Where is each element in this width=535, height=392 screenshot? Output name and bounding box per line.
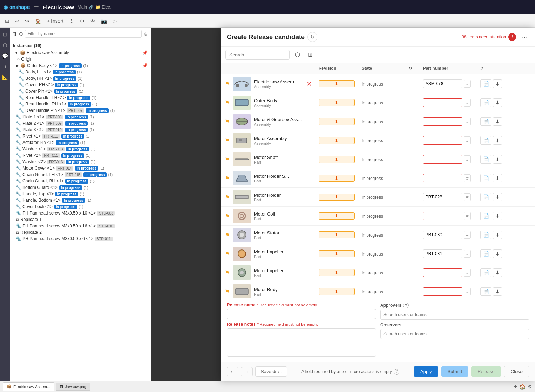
home-bottom-btn[interactable]: 🏠 [519, 383, 525, 390]
sidebar-item-washer1[interactable]: 🔧 Washer <1> PRT-013 In progress (1) [10, 146, 151, 152]
footer-forward-button[interactable]: → [241, 367, 253, 376]
sidebar-item-rear-handle-rh[interactable]: 🔧 Rear Handle, RH <1> In progress (1) [10, 101, 151, 107]
item-download-button[interactable]: ⬇ [493, 249, 502, 258]
item-download-button[interactable]: ⬇ [493, 79, 502, 88]
observers-input[interactable] [380, 329, 529, 339]
item-doc-button[interactable]: 📄 [480, 98, 491, 107]
item-download-button[interactable]: ⬇ [493, 193, 502, 201]
auto-assign-button[interactable]: # [464, 193, 471, 201]
part-number-input[interactable] [423, 287, 462, 296]
item-doc-button[interactable]: 📄 [480, 79, 491, 88]
release-notes-input[interactable] [227, 328, 376, 357]
icon-bar-parts[interactable]: ⊞ [2, 31, 8, 38]
release-name-input[interactable] [227, 309, 376, 319]
item-download-button[interactable]: ⬇ [493, 268, 502, 277]
item-doc-button[interactable]: 📄 [480, 193, 491, 201]
item-download-button[interactable]: ⬇ [493, 287, 502, 296]
sidebar-item-replicate1[interactable]: ⧉ Replicate 1 [10, 216, 151, 223]
icon-bar-measure[interactable]: 📐 [1, 73, 9, 81]
auto-assign-button[interactable]: # [464, 174, 471, 182]
delete-item-button[interactable]: ✕ [307, 81, 311, 87]
sidebar-item-rear-handle-pin[interactable]: 🔧 Rear Handle Pin <1> PRT-007 In progres… [10, 107, 151, 114]
settings-bottom-btn[interactable]: ⚙ [528, 383, 532, 390]
sidebar-item-plate2[interactable]: 🔧 Plate 2 <1> PRT-009 In progress (1) [10, 120, 151, 127]
sidebar-item-handle-top[interactable]: 🔧 Handle, Top <1> In progress (1) [10, 191, 151, 197]
item-download-button[interactable]: ⬇ [493, 136, 502, 145]
approvers-help-icon[interactable]: ? [403, 303, 409, 308]
tab-electric-saw-assembly[interactable]: 📦 Electric saw Assem... [3, 382, 54, 391]
table-search-input[interactable] [225, 50, 290, 60]
warning-help-icon[interactable]: ? [394, 369, 399, 375]
auto-assign-button[interactable]: # [464, 212, 471, 220]
sidebar-item-body-rh[interactable]: 🔧 Body, RH <1> In progress (1) [10, 75, 151, 82]
sidebar-item-plate1[interactable]: 🔧 Plate 1 <1> PRT-008 In progress (1) [10, 114, 151, 120]
close-button[interactable]: Close [504, 366, 529, 377]
part-number-input[interactable] [423, 268, 462, 277]
item-doc-button[interactable]: 📄 [480, 155, 491, 164]
part-number-input[interactable] [423, 79, 462, 88]
footer-back-button[interactable]: ← [227, 367, 238, 376]
auto-assign-button[interactable]: # [464, 231, 471, 239]
submit-button[interactable]: Submit [441, 366, 468, 377]
part-number-input[interactable] [423, 249, 462, 258]
add-item-button[interactable]: + [318, 50, 326, 60]
part-number-input[interactable] [423, 212, 462, 220]
sidebar-item-screw-10[interactable]: 🔩 PH Pan head screw M3x0.50 x 10 <1> STD… [10, 210, 151, 216]
part-number-input[interactable] [423, 117, 462, 126]
filter-button[interactable]: ⬡ [292, 50, 302, 60]
auto-assign-button[interactable]: # [464, 80, 471, 88]
sidebar-item-body-lh[interactable]: 🔧 Body, LH <1> In progress (1) [10, 69, 151, 75]
item-download-button[interactable]: ⬇ [493, 117, 502, 126]
auto-assign-button[interactable]: # [464, 99, 471, 107]
sidebar-item-actuator-pin[interactable]: 🔧 Actuator Pin <1> In progress (1) [10, 139, 151, 146]
auto-assign-button[interactable]: # [464, 118, 471, 125]
toolbar-insert-btn[interactable]: + Insert [45, 17, 66, 25]
icon-bar-filter[interactable]: ⬡ [2, 41, 8, 49]
toolbar-camera-btn[interactable]: 📷 [99, 17, 109, 25]
save-draft-button[interactable]: Save draft [255, 366, 287, 377]
item-doc-button[interactable]: 📄 [480, 136, 491, 145]
sidebar-item-washer2[interactable]: 🔧 Washer <2> PRT-013 In progress (1) [10, 159, 151, 165]
sidebar-item-chain-guard-lh[interactable]: 🔧 Chain Guard, LH <1> PRT-015 In progres… [10, 171, 151, 178]
tab-jawsaw-png[interactable]: 🖼 Jawsaw.png [56, 383, 90, 391]
add-tab-button[interactable]: + [514, 383, 517, 390]
toolbar-settings-btn[interactable]: ⚙ [78, 17, 87, 25]
part-number-input[interactable] [423, 174, 462, 182]
auto-assign-button[interactable]: # [464, 250, 471, 258]
part-number-input[interactable] [423, 155, 462, 164]
icon-bar-info[interactable]: ℹ [3, 63, 7, 71]
sidebar-item-screw-16[interactable]: 🔩 PH Pan head screw M3x0.50 x 16 <1> STD… [10, 223, 151, 229]
sidebar-item-motor-cover[interactable]: 🔧 Motor Cover <1> PRT-014 In progress (1… [10, 165, 151, 171]
sidebar-item-chain-guard-rh[interactable]: 🔧 Chain Guard, RH <1> In progress (1) [10, 178, 151, 184]
sidebar-item-outer-body[interactable]: ▶ 📦 Outer Body <1> In progress (1) 📌 [10, 62, 151, 69]
sidebar-item-replicate2[interactable]: ⧉ Replicate 2 [10, 229, 151, 236]
more-options-button[interactable]: ··· [520, 33, 529, 42]
apply-button[interactable]: Apply [414, 366, 438, 377]
item-doc-button[interactable]: 📄 [480, 268, 491, 277]
item-download-button[interactable]: ⬇ [493, 174, 502, 182]
icon-bar-comments[interactable]: 💬 [1, 52, 9, 60]
view-toggle-button[interactable]: ⊞ [305, 50, 315, 60]
item-doc-button[interactable]: 📄 [480, 212, 491, 220]
toolbar-home-btn[interactable]: 🏠 [33, 17, 43, 25]
part-number-input[interactable] [423, 193, 462, 201]
toolbar-undo-btn[interactable]: ↩ [13, 17, 21, 25]
sidebar-item-rivet2[interactable]: 🔧 Rivet <2> PRT-011 In progress (1) [10, 152, 151, 159]
sidebar-item-electric-saw-assembly[interactable]: ▼ 📦 Electric saw Assembly 📌 [10, 50, 151, 56]
approvers-input[interactable] [380, 310, 529, 320]
sidebar-item-bottom-guard[interactable]: 🔧 Bottom Guard <1> In progress (1) [10, 184, 151, 191]
sidebar-item-plate3[interactable]: 🔧 Plate 3 <1> PRT-010 In progress (1) [10, 127, 151, 133]
item-doc-button[interactable]: 📄 [480, 249, 491, 258]
item-doc-button[interactable]: 📄 [480, 231, 491, 239]
toolbar-view-btn[interactable]: 👁 [88, 17, 97, 25]
release-button[interactable]: Release [471, 366, 501, 377]
item-download-button[interactable]: ⬇ [493, 98, 502, 107]
item-download-button[interactable]: ⬇ [493, 155, 502, 164]
toolbar-more-btn[interactable]: ▷ [111, 17, 119, 25]
part-number-input[interactable] [423, 98, 462, 107]
auto-assign-button[interactable]: # [464, 269, 471, 277]
item-doc-button[interactable]: 📄 [480, 174, 491, 182]
part-number-input[interactable] [423, 136, 462, 145]
auto-assign-button[interactable]: # [464, 155, 471, 163]
sidebar-item-handle-bottom[interactable]: 🔧 Handle, Bottom <1> In progress (1) [10, 197, 151, 203]
